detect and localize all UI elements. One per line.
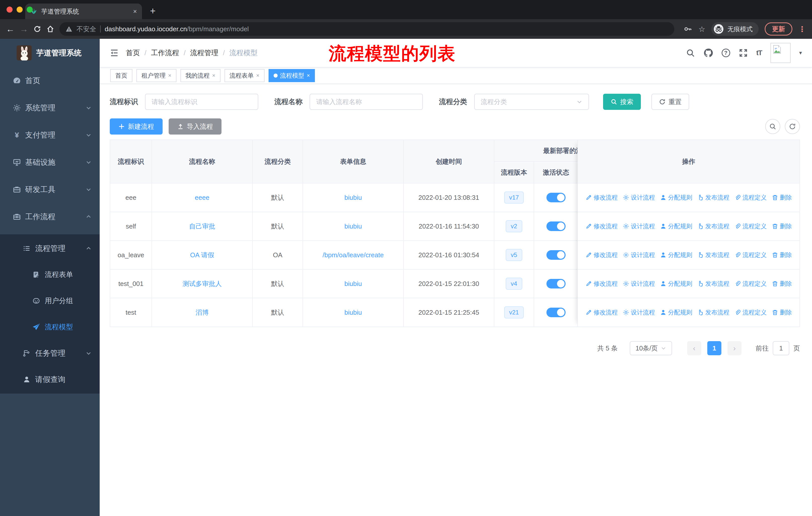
active-toggle[interactable] [547,250,566,260]
process-name-link[interactable]: 自己审批 [152,212,253,241]
tag-process-model[interactable]: 流程模型× [268,69,315,82]
browser-tab[interactable]: 芋道管理系统 × [25,3,142,19]
tag-close-icon[interactable]: × [256,72,260,79]
delete-button[interactable]: 删除 [772,280,792,288]
sidebar-item-payment[interactable]: ¥ 支付管理 [0,121,100,148]
publish-process-button[interactable]: 发布流程 [697,280,729,288]
fullscreen-icon[interactable] [739,48,748,57]
help-icon[interactable]: ? [722,49,730,57]
sidebar-fold-icon[interactable] [110,48,119,57]
zoom-window-button[interactable] [27,6,33,12]
breadcrumb-workflow[interactable]: 工作流程 [151,48,179,58]
edit-process-button[interactable]: 修改流程 [585,280,618,288]
github-icon[interactable] [703,48,713,58]
sidebar-item-infra[interactable]: 基础设施 [0,148,100,176]
process-definition-button[interactable]: 流程定义 [734,222,767,230]
goto-page-input[interactable] [773,341,789,355]
tag-close-icon[interactable]: × [212,72,215,79]
version-badge[interactable]: v17 [504,191,524,203]
sidebar-item-system[interactable]: 系统管理 [0,94,100,121]
process-name-link[interactable]: 滔博 [152,298,253,327]
delete-button[interactable]: 删除 [772,193,792,201]
process-name-link[interactable]: OA 请假 [152,241,253,270]
sidebar-item-process-form[interactable]: 流程表单 [0,262,100,288]
bookmark-star-icon[interactable]: ☆ [698,25,705,33]
active-toggle[interactable] [547,308,566,317]
process-key-input[interactable] [145,94,258,110]
design-process-button[interactable]: 设计流程 [623,193,655,201]
edit-process-button[interactable]: 修改流程 [585,222,618,230]
url-text[interactable]: dashboard.yudao.iocoder.cn/bpm/manager/m… [105,25,249,33]
version-badge[interactable]: v4 [506,278,522,290]
edit-process-button[interactable]: 修改流程 [585,251,618,259]
category-select[interactable]: 流程分类 [474,94,589,110]
create-process-button[interactable]: 新建流程 [110,118,163,135]
edit-process-button[interactable]: 修改流程 [585,308,618,317]
assign-rule-button[interactable]: 分配规则 [660,308,692,317]
search-button[interactable]: 搜索 [603,94,641,110]
tag-my-process[interactable]: 我的流程× [180,69,221,82]
sidebar-item-task-manage[interactable]: 任务管理 [0,340,100,366]
minimize-window-button[interactable] [17,6,23,12]
form-info-link[interactable]: biubiu [303,212,404,241]
version-badge[interactable]: v2 [506,220,522,232]
assign-rule-button[interactable]: 分配规则 [660,280,692,288]
browser-menu-kebab-icon[interactable]: ⋮ [799,25,806,33]
home-icon[interactable] [46,25,54,33]
back-icon[interactable]: ← [6,25,14,33]
page-size-select[interactable]: 10条/页 [630,341,672,355]
font-size-icon[interactable]: tT [756,49,762,57]
sidebar-item-workflow[interactable]: 工作流程 [0,203,100,230]
prev-page-button[interactable]: ‹ [687,341,701,355]
assign-rule-button[interactable]: 分配规则 [660,193,692,201]
sidebar-item-devtools[interactable]: 研发工具 [0,176,100,203]
delete-button[interactable]: 删除 [772,308,792,317]
process-definition-button[interactable]: 流程定义 [734,251,767,259]
sidebar-item-user-group[interactable]: 用户分组 [0,288,100,314]
close-window-button[interactable] [6,6,12,12]
reset-button[interactable]: 重置 [651,94,689,110]
design-process-button[interactable]: 设计流程 [623,280,655,288]
tag-process-form[interactable]: 流程表单× [225,69,265,82]
process-definition-button[interactable]: 流程定义 [734,280,767,288]
url-bar[interactable]: 不安全 dashboard.yudao.iocoder.cn/bpm/manag… [59,22,674,36]
breadcrumb-process-manage[interactable]: 流程管理 [190,48,219,58]
assign-rule-button[interactable]: 分配规则 [660,222,692,230]
new-tab-button[interactable]: + [150,6,155,16]
sidebar-item-home[interactable]: 首页 [0,67,100,94]
process-definition-button[interactable]: 流程定义 [734,308,767,317]
user-menu-caret-icon[interactable]: ▾ [799,50,802,56]
tag-tenant[interactable]: 租户管理× [137,69,176,82]
page-1-button[interactable]: 1 [707,341,721,355]
reload-icon[interactable] [33,25,41,33]
active-toggle[interactable] [547,221,566,231]
refresh-table-button[interactable] [785,119,800,134]
sidebar-logo[interactable]: 芋道管理系统 [0,39,100,67]
search-icon[interactable] [686,48,695,57]
sidebar-item-process-model[interactable]: 流程模型 [0,314,100,340]
edit-process-button[interactable]: 修改流程 [585,193,618,201]
active-toggle[interactable] [547,193,566,202]
forward-icon[interactable]: → [20,25,28,33]
toggle-search-button[interactable] [765,119,780,134]
design-process-button[interactable]: 设计流程 [623,308,655,317]
publish-process-button[interactable]: 发布流程 [697,251,729,259]
update-button[interactable]: 更新 [765,22,792,35]
tag-home[interactable]: 首页 [110,69,133,82]
avatar[interactable] [771,43,791,63]
design-process-button[interactable]: 设计流程 [623,222,655,230]
process-definition-button[interactable]: 流程定义 [734,193,767,201]
form-info-link[interactable]: biubiu [303,270,404,298]
publish-process-button[interactable]: 发布流程 [697,222,729,230]
tab-close-icon[interactable]: × [133,7,137,16]
form-info-link[interactable]: /bpm/oa/leave/create [303,241,404,270]
next-page-button[interactable]: › [727,341,742,355]
form-info-link[interactable]: biubiu [303,184,404,212]
delete-button[interactable]: 删除 [772,251,792,259]
sidebar-item-leave-query[interactable]: 请假查询 [0,366,100,392]
publish-process-button[interactable]: 发布流程 [697,193,729,201]
assign-rule-button[interactable]: 分配规则 [660,251,692,259]
tag-close-icon[interactable]: × [168,72,171,79]
publish-process-button[interactable]: 发布流程 [697,308,729,317]
process-name-input[interactable] [310,94,423,110]
